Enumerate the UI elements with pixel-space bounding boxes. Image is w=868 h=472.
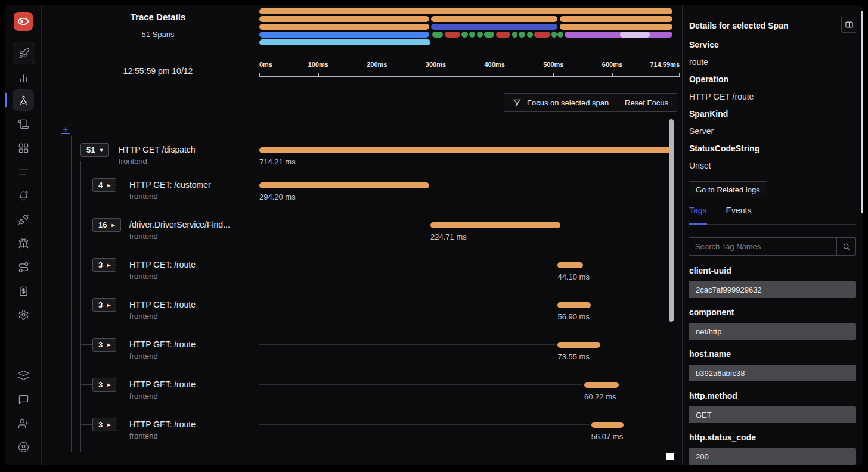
focus-on-span-button[interactable]: Focus on selected span — [504, 93, 618, 112]
span-duration-bar[interactable] — [259, 147, 672, 153]
sidebar-item-services[interactable] — [13, 67, 34, 88]
span-operation-name: HTTP GET: /route — [129, 380, 196, 389]
vertical-scrollbar[interactable] — [669, 119, 674, 322]
tree-connector — [71, 150, 80, 150]
span-operation-name: /driver.DriverService/Find... — [129, 220, 230, 229]
tab-events[interactable]: Events — [726, 206, 752, 223]
span-operation-name: HTTP GET: /route — [129, 420, 196, 429]
span-row[interactable]: 3▸HTTP GET: /routefrontend56.07 ms — [42, 418, 682, 454]
sidebar-item-traces[interactable] — [13, 89, 34, 111]
span-row[interactable]: 3▸HTTP GET: /routefrontend56.90 ms — [42, 298, 682, 334]
tab-tags[interactable]: Tags — [689, 206, 707, 225]
minimap-row — [259, 24, 672, 30]
minimap-segment-red — [534, 32, 550, 38]
expand-all-button[interactable] — [61, 125, 70, 134]
sidebar-item-dashboards[interactable] — [13, 137, 34, 159]
span-row[interactable]: 16▸/driver.DriverService/Find...frontend… — [42, 218, 682, 254]
resize-handle[interactable] — [666, 453, 674, 460]
span-row[interactable]: 3▸HTTP GET: /routefrontend73.55 ms — [42, 338, 682, 374]
span-duration-bar[interactable] — [430, 222, 560, 228]
trace-minimap[interactable] — [259, 8, 672, 45]
span-field-label: Service — [689, 40, 719, 49]
minimap-segment-green — [512, 32, 518, 38]
minimap-segment-lavender — [620, 32, 649, 38]
sidebar-item-billing[interactable] — [13, 280, 34, 302]
span-expand-badge[interactable]: 3▸ — [92, 338, 116, 352]
related-logs-button[interactable]: Go to Related logs — [689, 181, 767, 198]
span-expand-badge[interactable]: 3▸ — [92, 258, 116, 272]
span-row[interactable]: 51▾HTTP GET /dispatchfrontend714.21 ms — [42, 143, 682, 179]
tag-value: 200 — [689, 448, 856, 465]
message-icon — [18, 394, 29, 405]
sidebar-item-account[interactable] — [13, 436, 34, 458]
child-count: 3 — [98, 420, 103, 429]
sidebar-item-invite-user[interactable] — [13, 412, 34, 434]
span-field-value: Unset — [689, 161, 711, 170]
sidebar-item-logs[interactable] — [13, 113, 34, 135]
span-row[interactable]: 4▸HTTP GET: /customerfrontend294.20 ms — [42, 178, 682, 214]
sidebar-item-get-started[interactable] — [13, 42, 35, 64]
caret-right-icon: ▸ — [107, 342, 110, 348]
span-duration-label: 56.07 ms — [591, 432, 623, 441]
minimap-segment-lightblue — [259, 39, 430, 45]
axis-tick-label: 600ms — [602, 61, 622, 68]
child-count: 3 — [98, 380, 103, 389]
panel-title: Details for selected Span — [689, 21, 789, 30]
sidebar-item-alerts[interactable] — [13, 185, 34, 206]
child-count: 16 — [98, 221, 107, 229]
span-duration-bar[interactable] — [584, 382, 619, 388]
gantt-track-line — [259, 225, 429, 225]
reset-button-label: Reset Focus — [625, 98, 668, 107]
gantt-track-line — [259, 344, 556, 345]
funnel-icon — [513, 98, 522, 107]
panel-scrollbar[interactable] — [861, 11, 863, 213]
tag-search-button[interactable] — [836, 238, 855, 255]
span-expand-badge[interactable]: 51▾ — [80, 143, 109, 157]
span-expand-badge[interactable]: 16▸ — [92, 218, 121, 232]
span-count: 51 Spans — [75, 30, 241, 39]
reset-focus-button[interactable]: Reset Focus — [616, 93, 677, 112]
axis-tick-label: 714.59ms — [650, 61, 680, 68]
span-expand-badge[interactable]: 3▸ — [92, 298, 116, 312]
span-expand-badge[interactable]: 3▸ — [92, 378, 116, 392]
span-duration-bar[interactable] — [557, 342, 600, 348]
span-service-name: frontend — [129, 352, 158, 361]
sidebar-item-settings[interactable] — [13, 304, 34, 325]
child-count: 3 — [98, 340, 103, 349]
axis-tick — [377, 73, 377, 76]
tag-search-input[interactable] — [689, 238, 836, 255]
sidebar-item-service-map[interactable] — [13, 256, 34, 278]
sidebar-item-list-view[interactable] — [13, 161, 34, 182]
span-duration-bar[interactable] — [259, 182, 429, 188]
span-expand-badge[interactable]: 4▸ — [92, 178, 116, 192]
rocket-icon — [18, 48, 30, 59]
span-service-name: frontend — [129, 431, 158, 440]
span-operation-name: HTTP GET: /route — [129, 300, 196, 309]
minimap-segment-green — [484, 32, 494, 38]
minimap-segment-green — [527, 32, 533, 38]
sidebar-item-support[interactable] — [13, 389, 34, 410]
caret-right-icon: ▸ — [107, 422, 110, 428]
span-field-value: route — [689, 57, 708, 67]
axis-tick-label: 200ms — [367, 61, 387, 68]
minimap-segment-blue — [259, 32, 429, 38]
sidebar-item-versions[interactable] — [13, 365, 34, 386]
tag-value: 2cac7af999929632 — [689, 281, 856, 298]
span-duration-bar[interactable] — [557, 262, 583, 268]
span-duration-bar[interactable] — [557, 302, 590, 308]
span-row[interactable]: 3▸HTTP GET: /routefrontend44.10 ms — [42, 258, 682, 294]
sidebar-item-exceptions[interactable] — [13, 232, 34, 254]
route-icon — [18, 262, 29, 273]
signoz-logo[interactable] — [14, 12, 33, 31]
minimap-row — [259, 39, 672, 45]
collapse-panel-button[interactable] — [841, 17, 857, 33]
minimap-segment-orange — [431, 16, 557, 22]
sidebar-item-integrations[interactable] — [13, 209, 34, 230]
tag-value: GET — [689, 406, 856, 423]
span-expand-badge[interactable]: 3▸ — [92, 418, 116, 431]
span-duration-bar[interactable] — [591, 422, 624, 428]
minimap-segment-green — [551, 32, 557, 38]
layers-icon — [18, 370, 29, 381]
span-row[interactable]: 3▸HTTP GET: /routefrontend60.22 ms — [42, 378, 682, 414]
tag-key: component — [689, 308, 734, 317]
